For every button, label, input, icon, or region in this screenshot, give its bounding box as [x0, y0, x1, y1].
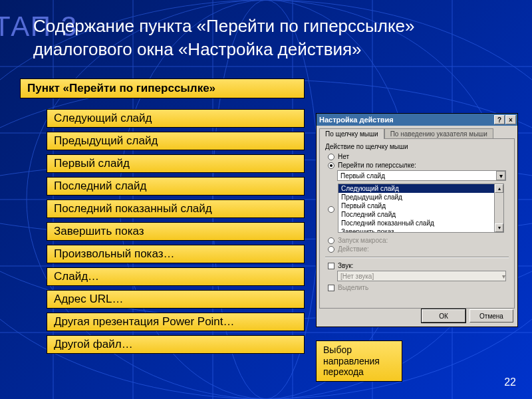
- help-button[interactable]: ?: [494, 115, 505, 124]
- hyperlink-item-1: Предыдущий слайд: [47, 132, 305, 150]
- hyperlink-item-5: Завершить показ: [47, 222, 305, 241]
- listbox-scrollbar[interactable]: ▴ ▾: [494, 184, 503, 232]
- heading-line2: диалогового окна «Настройка действия»: [33, 39, 362, 59]
- hyperlink-item-9: Другая презентация Power Point…: [47, 313, 305, 331]
- hyperlink-item-6: Произвольный показ…: [47, 245, 305, 263]
- radio-hyperlink[interactable]: [328, 162, 334, 169]
- radio-none[interactable]: [328, 154, 334, 160]
- radio-listbox[interactable]: [328, 206, 334, 213]
- radio-action-label: Действие:: [338, 245, 369, 253]
- radio-macro-label: Запуск макроса:: [338, 237, 388, 244]
- parent-item: Пункт «Перейти по гиперссылке»: [20, 78, 305, 98]
- hyperlink-combo-value: Первый слайд: [340, 172, 385, 180]
- checkbox-highlight: [328, 285, 334, 291]
- heading-line1: Содержание пункта «Перейти по гиперссылк…: [33, 16, 415, 36]
- scroll-up-icon[interactable]: ▴: [495, 184, 503, 193]
- action-settings-dialog: Настройка действия ? × По щелчку мыши По…: [316, 113, 518, 327]
- listbox-item-1[interactable]: Предыдущий слайд: [338, 193, 503, 201]
- checkbox-sound[interactable]: [328, 263, 334, 269]
- tab-hover[interactable]: По наведению указателя мыши: [384, 128, 493, 139]
- radio-hyperlink-label: Перейти по гиперссылке:: [338, 162, 416, 169]
- hyperlink-item-10: Другой файл…: [47, 335, 305, 354]
- hyperlink-item-3: Последний слайд: [47, 177, 305, 196]
- dialog-title-text: Настройка действия: [319, 116, 394, 124]
- hyperlink-item-2: Первый слайд: [47, 154, 305, 173]
- hyperlink-item-0: Следующий слайд: [47, 109, 305, 128]
- dialog-titlebar[interactable]: Настройка действия ? ×: [317, 114, 517, 126]
- hyperlink-combo[interactable]: Первый слайд ▾: [337, 170, 506, 181]
- listbox-item-2[interactable]: Первый слайд: [338, 201, 503, 210]
- page-number: 22: [504, 376, 516, 388]
- chevron-down-icon: ▾: [502, 273, 505, 280]
- group-label: Действие по щелчку мыши: [325, 143, 509, 150]
- listbox-item-4[interactable]: Последний показанный слайд: [338, 219, 503, 227]
- close-button[interactable]: ×: [505, 115, 516, 124]
- listbox-item-5[interactable]: Завершить показ: [338, 227, 503, 233]
- chevron-down-icon[interactable]: ▾: [496, 171, 505, 180]
- sound-combo: [Нет звука] ▾: [337, 271, 506, 281]
- cancel-button[interactable]: Отмена: [469, 309, 513, 323]
- radio-action: [328, 246, 334, 253]
- callout: Выбор направления перехода: [316, 340, 402, 382]
- hyperlink-listbox[interactable]: Следующий слайд Предыдущий слайд Первый …: [338, 184, 504, 233]
- checkbox-highlight-label: Выделить: [338, 284, 368, 291]
- hyperlink-item-7: Слайд…: [47, 267, 305, 286]
- listbox-item-3[interactable]: Последний слайд: [338, 210, 503, 219]
- tab-panel: Действие по щелчку мыши Нет Перейти по г…: [319, 138, 515, 309]
- scroll-down-icon[interactable]: ▾: [495, 223, 503, 232]
- hyperlink-item-8: Адрес URL…: [47, 290, 305, 309]
- page-title: Содержание пункта «Перейти по гиперссылк…: [33, 15, 519, 61]
- ok-button[interactable]: ОК: [422, 309, 466, 323]
- listbox-item-0[interactable]: Следующий слайд: [338, 184, 503, 193]
- tab-click[interactable]: По щелчку мыши: [319, 128, 384, 139]
- checkbox-sound-label: Звук:: [338, 262, 353, 269]
- hyperlink-item-4: Последний показанный слайд: [47, 200, 305, 218]
- divider: [325, 257, 509, 258]
- radio-none-label: Нет: [338, 153, 349, 160]
- radio-macro: [328, 237, 334, 244]
- sound-combo-value: [Нет звука]: [340, 273, 374, 280]
